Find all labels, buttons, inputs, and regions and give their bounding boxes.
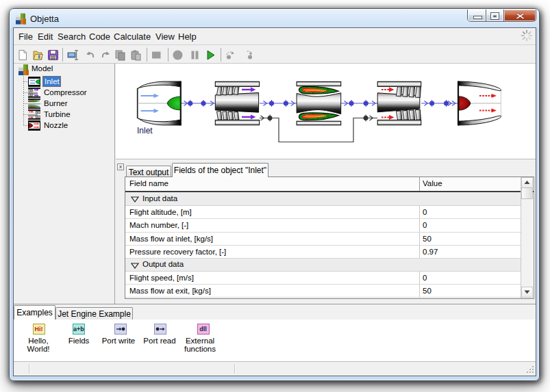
svg-text:Inlet: Inlet	[137, 126, 153, 135]
